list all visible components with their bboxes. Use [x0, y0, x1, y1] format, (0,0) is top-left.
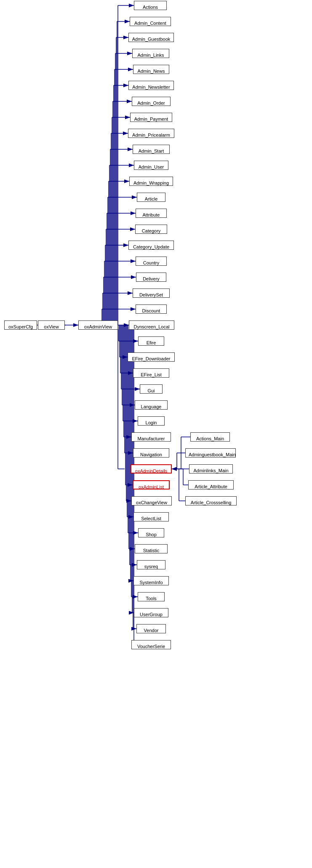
node-oxSuperCfg: oxSuperCfg — [4, 320, 37, 330]
node-EFire_List: EFire_List — [133, 368, 169, 378]
node-Dynscreen_Local: Dynscreen_Local — [129, 320, 174, 330]
node-Login: Login — [138, 416, 165, 426]
node-oxView: oxView — [38, 320, 65, 330]
node-Admin_Guestbook: Admin_Guestbook — [128, 33, 174, 42]
node-Efire: Efire — [138, 336, 164, 346]
node-Statistic: Statistic — [135, 544, 168, 553]
node-Tools: Tools — [138, 592, 165, 601]
node-Admin_Start: Admin_Start — [133, 145, 170, 154]
node-SystemInfo: SystemInfo — [133, 576, 169, 585]
node-Navigation: Navigation — [133, 448, 169, 458]
node-Manufacturer: Manufacturer — [131, 432, 171, 442]
node-Admin_Newsletter: Admin_Newsletter — [128, 81, 174, 90]
node-Article_Crossselling: Article_Crossselling — [185, 496, 237, 505]
node-Category_Update: Category_Update — [128, 241, 174, 250]
node-Country: Country — [136, 257, 167, 266]
node-EFire_Downloader: EFire_Downloader — [128, 352, 175, 362]
node-oxChangeView: oxChangeView — [131, 496, 172, 505]
node-Admin_Payment: Admin_Payment — [130, 113, 172, 122]
node-Actions: Actions — [134, 1, 167, 10]
node-Article_Attribute: Article_Attribute — [188, 480, 234, 490]
node-Admin_Wrapping: Admin_Wrapping — [129, 177, 173, 186]
node-Adminguestbook_Main: Adminguestbook_Main — [185, 448, 236, 458]
node-Actions_Main: Actions_Main — [190, 432, 230, 442]
node-DeliverySet: DeliverySet — [133, 288, 170, 298]
node-sysreq: sysreq — [137, 560, 165, 569]
node-Admin_News: Admin_News — [133, 65, 169, 74]
node-Attribute: Attribute — [136, 209, 167, 218]
node-Adminlinks_Main: Adminlinks_Main — [189, 464, 233, 474]
node-Delivery: Delivery — [136, 273, 166, 282]
node-Shop: Shop — [138, 528, 164, 537]
node-Category: Category — [135, 225, 167, 234]
diagram-container: ActionsAdmin_ContentAdmin_GuestbookAdmin… — [0, 0, 312, 868]
node-Admin_Content: Admin_Content — [130, 17, 171, 26]
node-Admin_Order: Admin_Order — [132, 97, 171, 106]
node-Admin_User: Admin_User — [134, 161, 168, 170]
node-oxAdminList: oxAdminList — [133, 480, 170, 490]
node-VoucherSerie: VoucherSerie — [131, 640, 171, 649]
node-Vendor: Vendor — [136, 624, 166, 633]
node-Admin_Links: Admin_Links — [132, 49, 169, 58]
node-SelectList: SelectList — [133, 512, 169, 521]
node-UserGroup: UserGroup — [134, 608, 168, 617]
node-oxAdminView: oxAdminView — [78, 320, 118, 330]
node-oxAdminDetails: oxAdminDetails — [131, 464, 172, 474]
node-Gui: Gui — [140, 384, 163, 394]
node-Article: Article — [137, 193, 165, 202]
node-Language: Language — [135, 400, 168, 410]
node-Discount: Discount — [136, 304, 167, 314]
node-Admin_Pricealarm: Admin_Pricealarm — [128, 129, 174, 138]
